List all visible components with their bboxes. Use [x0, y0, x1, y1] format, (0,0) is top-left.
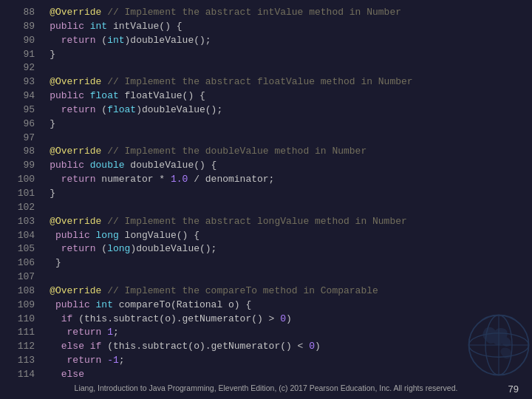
- line-number: 112: [0, 340, 44, 354]
- line-code: }: [44, 187, 532, 201]
- line-code: return (float)doubleValue();: [44, 103, 532, 117]
- line-number: 111: [0, 326, 44, 340]
- line-number: 108: [0, 284, 44, 299]
- line-number: 95: [0, 103, 44, 117]
- line-code: return 1;: [44, 326, 532, 340]
- line-code: public float floatValue() {: [44, 89, 532, 103]
- table-row: 113 return -1;: [0, 354, 532, 368]
- table-row: 104 public long longValue() {: [0, 229, 532, 243]
- line-code: @Override // Implement the doubleValue m…: [44, 145, 532, 159]
- line-code: @Override // Implement the abstract long…: [44, 215, 532, 229]
- line-code: public int compareTo(Rational o) {: [44, 299, 532, 313]
- table-row: 106 }: [0, 256, 532, 270]
- line-code: }: [44, 256, 532, 270]
- globe-watermark: [466, 312, 532, 378]
- line-number: 107: [0, 270, 44, 284]
- line-number: 98: [0, 145, 44, 159]
- line-code: [44, 132, 532, 146]
- line-number: 100: [0, 173, 44, 187]
- table-row: 91 }: [0, 48, 532, 62]
- footer-text: Liang, Introduction to Java Programming,…: [75, 383, 458, 392]
- line-number: 101: [0, 187, 44, 201]
- line-number: 105: [0, 242, 44, 256]
- table-row: 109 public int compareTo(Rational o) {: [0, 299, 532, 313]
- line-code: return numerator * 1.0 / denominator;: [44, 173, 532, 187]
- line-code: [44, 201, 532, 215]
- line-code: public long longValue() {: [44, 229, 532, 243]
- slide: 88 @Override // Implement the abstract i…: [0, 0, 532, 399]
- table-row: 99 public double doubleValue() {: [0, 159, 532, 173]
- line-number: 110: [0, 313, 44, 327]
- line-number: 92: [0, 61, 44, 75]
- code-area: 88 @Override // Implement the abstract i…: [0, 0, 532, 399]
- line-code: public double doubleValue() {: [44, 159, 532, 173]
- table-row: 96 }: [0, 117, 532, 132]
- table-row: 102: [0, 201, 532, 215]
- line-code: return -1;: [44, 354, 532, 368]
- line-number: 109: [0, 299, 44, 313]
- line-number: 89: [0, 20, 44, 34]
- line-code: @Override // Implement the abstract intV…: [44, 6, 532, 20]
- line-code: public int intValue() {: [44, 20, 532, 34]
- table-row: 95 return (float)doubleValue();: [0, 103, 532, 117]
- table-row: 97: [0, 132, 532, 146]
- table-row: 90 return (int)doubleValue();: [0, 34, 532, 48]
- line-number: 99: [0, 159, 44, 173]
- line-number: 91: [0, 48, 44, 62]
- line-code: if (this.subtract(o).getNumerator() > 0): [44, 313, 532, 327]
- line-code: }: [44, 48, 532, 62]
- table-row: 93 @Override // Implement the abstract f…: [0, 75, 532, 89]
- table-row: 94 public float floatValue() {: [0, 89, 532, 103]
- table-row: 98 @Override // Implement the doubleValu…: [0, 145, 532, 159]
- code-table: 88 @Override // Implement the abstract i…: [0, 6, 532, 399]
- table-row: 103 @Override // Implement the abstract …: [0, 215, 532, 229]
- table-row: 92: [0, 61, 532, 75]
- table-row: 108 @Override // Implement the compareTo…: [0, 284, 532, 299]
- line-number: 90: [0, 34, 44, 48]
- line-code: }: [44, 117, 532, 132]
- line-number: 88: [0, 6, 44, 20]
- line-code: return (long)doubleValue();: [44, 242, 532, 256]
- table-row: 100 return numerator * 1.0 / denominator…: [0, 173, 532, 187]
- line-code: else if (this.subtract(o).getNumerator()…: [44, 340, 532, 354]
- line-number: 93: [0, 75, 44, 89]
- line-number: 103: [0, 215, 44, 229]
- line-code: [44, 61, 532, 75]
- page-number: 79: [508, 383, 519, 395]
- table-row: 107: [0, 270, 532, 284]
- table-row: 101 }: [0, 187, 532, 201]
- line-number: 94: [0, 89, 44, 103]
- table-row: 88 @Override // Implement the abstract i…: [0, 6, 532, 20]
- table-row: 111 return 1;: [0, 326, 532, 340]
- line-code: @Override // Implement the compareTo met…: [44, 284, 532, 299]
- line-code: @Override // Implement the abstract floa…: [44, 75, 532, 89]
- table-row: 110 if (this.subtract(o).getNumerator() …: [0, 313, 532, 327]
- table-row: 89 public int intValue() {: [0, 20, 532, 34]
- footer: Liang, Introduction to Java Programming,…: [0, 377, 532, 399]
- line-number: 104: [0, 229, 44, 243]
- line-number: 96: [0, 117, 44, 132]
- table-row: 112 else if (this.subtract(o).getNumerat…: [0, 340, 532, 354]
- line-number: 102: [0, 201, 44, 215]
- table-row: 105 return (long)doubleValue();: [0, 242, 532, 256]
- line-code: [44, 270, 532, 284]
- line-number: 97: [0, 132, 44, 146]
- line-number: 113: [0, 354, 44, 368]
- line-code: return (int)doubleValue();: [44, 34, 532, 48]
- line-number: 106: [0, 256, 44, 270]
